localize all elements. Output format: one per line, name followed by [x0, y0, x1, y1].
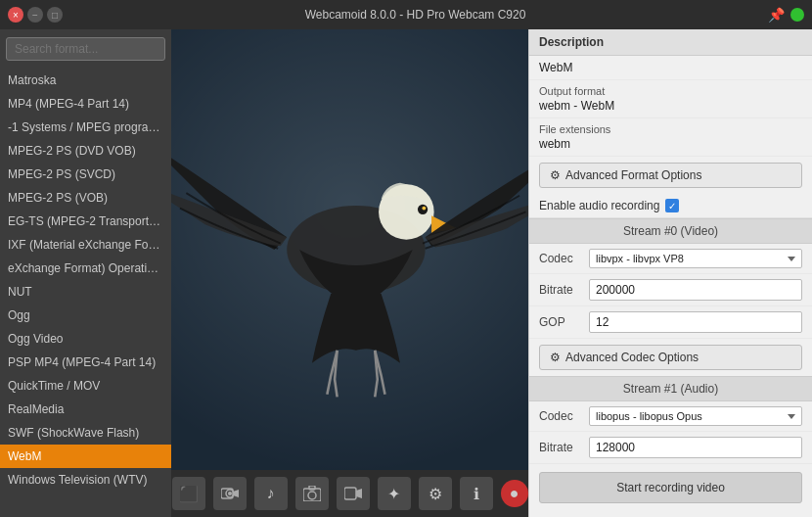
- enable-audio-label: Enable audio recording: [539, 199, 659, 212]
- gop-input[interactable]: [589, 311, 802, 333]
- info-button[interactable]: ℹ: [460, 477, 493, 510]
- close-button[interactable]: ×: [8, 7, 23, 23]
- format-item-realmedia[interactable]: RealMedia: [0, 398, 171, 421]
- format-item-ogg-video[interactable]: Ogg Video: [0, 327, 171, 351]
- enable-audio-row: Enable audio recording ✓: [529, 194, 812, 218]
- format-item-eg-ts[interactable]: EG-TS (MPEG-2 Transport Stre.: [0, 210, 171, 233]
- file-extensions-row: File extensions webm: [529, 118, 812, 157]
- webcam-button[interactable]: [213, 477, 247, 510]
- start-recording-button[interactable]: Start recording video: [539, 472, 802, 503]
- advanced-codec-label: Advanced Codec Options: [565, 351, 699, 364]
- stream1-header: Stream #1 (Audio): [529, 376, 812, 401]
- format-list: Matroska MP4 (MPEG-4 Part 14) -1 Systems…: [0, 67, 171, 517]
- enable-audio-checkbox[interactable]: ✓: [665, 199, 679, 212]
- effects-button[interactable]: ✦: [378, 477, 411, 510]
- search-input[interactable]: [6, 37, 165, 61]
- description-row: WebM: [529, 56, 812, 80]
- format-item-matroska[interactable]: Matroska: [0, 69, 171, 92]
- video-bitrate-input[interactable]: [589, 279, 802, 301]
- settings-button[interactable]: ⚙: [419, 477, 452, 510]
- audio-codec-row: Codec libopus - libopus Opus: [529, 401, 812, 432]
- svg-rect-12: [344, 488, 356, 499]
- svg-point-10: [308, 492, 316, 499]
- gear-icon-codec: ⚙: [550, 351, 561, 364]
- output-format-label: Output format: [539, 85, 802, 97]
- format-item-webm[interactable]: WebM: [0, 445, 171, 468]
- audio-bitrate-input[interactable]: [589, 437, 802, 458]
- video-codec-row: Codec libvpx - libvpx VP8: [529, 244, 812, 274]
- minimize-button[interactable]: −: [27, 7, 43, 23]
- pin-icon[interactable]: 📌: [768, 7, 785, 23]
- format-item-mpeg2-dvd[interactable]: MPEG-2 PS (DVD VOB): [0, 139, 171, 163]
- svg-rect-11: [309, 486, 315, 490]
- titlebar-right-controls: 📌: [768, 7, 804, 23]
- description-header: Description: [529, 29, 812, 56]
- description-value: WebM: [539, 61, 802, 74]
- format-item-nut[interactable]: NUT: [0, 280, 171, 304]
- audio-button[interactable]: ♪: [254, 477, 288, 510]
- format-item-mpeg-systems[interactable]: -1 Systems / MPEG program s: [0, 116, 171, 139]
- gop-label: GOP: [539, 315, 583, 329]
- format-item-wtv[interactable]: Windows Television (WTV): [0, 468, 171, 492]
- video-preview: [171, 29, 528, 470]
- file-extensions-label: File extensions: [539, 123, 802, 135]
- center-column: ⬛ ♪: [171, 29, 528, 517]
- maximize-button[interactable]: □: [47, 7, 63, 23]
- audio-codec-select[interactable]: libopus - libopus Opus: [589, 406, 802, 426]
- codec-label: Codec: [539, 252, 583, 265]
- advanced-codec-button[interactable]: ⚙ Advanced Codec Options: [539, 345, 802, 370]
- format-item-mpeg2-vob[interactable]: MPEG-2 PS (VOB): [0, 186, 171, 210]
- stop-button[interactable]: ⬛: [172, 477, 205, 510]
- gear-icon: ⚙: [550, 168, 561, 182]
- audio-bitrate-row: Bitrate: [529, 432, 812, 464]
- format-item-quicktime[interactable]: QuickTime / MOV: [0, 374, 171, 398]
- format-item-mp4[interactable]: MP4 (MPEG-4 Part 14): [0, 92, 171, 116]
- video-codec-select[interactable]: libvpx - libvpx VP8: [589, 249, 802, 268]
- right-panel: Description WebM Output format webm - We…: [528, 29, 812, 517]
- advanced-format-button[interactable]: ⚙ Advanced Format Options: [539, 163, 802, 188]
- format-item-ixf[interactable]: IXF (Material eXchange Forma: [0, 233, 171, 257]
- file-extensions-value: webm: [539, 137, 802, 151]
- output-format-value: webm - WebM: [539, 99, 802, 113]
- format-item-swf[interactable]: SWF (ShockWave Flash): [0, 421, 171, 445]
- video-button[interactable]: [337, 477, 370, 510]
- video-bitrate-row: Bitrate: [529, 274, 812, 306]
- audio-codec-label: Codec: [539, 409, 583, 423]
- gop-row: GOP: [529, 306, 812, 339]
- svg-point-7: [228, 492, 232, 495]
- titlebar: × − □ Webcamoid 8.0.0 - HD Pro Webcam C9…: [0, 0, 812, 29]
- window-title: Webcamoid 8.0.0 - HD Pro Webcam C920: [63, 8, 768, 22]
- format-sidebar: Matroska MP4 (MPEG-4 Part 14) -1 Systems…: [0, 29, 171, 517]
- format-item-ogg[interactable]: Ogg: [0, 304, 171, 327]
- svg-point-5: [422, 207, 426, 211]
- stream0-header: Stream #0 (Video): [529, 218, 812, 244]
- format-item-mxf-op[interactable]: eXchange Format) Operationa: [0, 257, 171, 280]
- format-item-mpeg2-svcd[interactable]: MPEG-2 PS (SVCD): [0, 163, 171, 186]
- photo-button[interactable]: [295, 477, 329, 510]
- main-area: Matroska MP4 (MPEG-4 Part 14) -1 Systems…: [0, 29, 812, 517]
- advanced-format-label: Advanced Format Options: [565, 168, 701, 182]
- format-item-psp-mp4[interactable]: PSP MP4 (MPEG-4 Part 14): [0, 351, 171, 374]
- bitrate-label: Bitrate: [539, 283, 583, 297]
- status-indicator: [790, 8, 804, 22]
- output-format-row: Output format webm - WebM: [529, 80, 812, 118]
- window-controls[interactable]: × − □: [8, 7, 63, 23]
- bottom-toolbar: ⬛ ♪: [171, 470, 528, 517]
- record-button[interactable]: ●: [501, 480, 528, 507]
- audio-bitrate-label: Bitrate: [539, 441, 583, 454]
